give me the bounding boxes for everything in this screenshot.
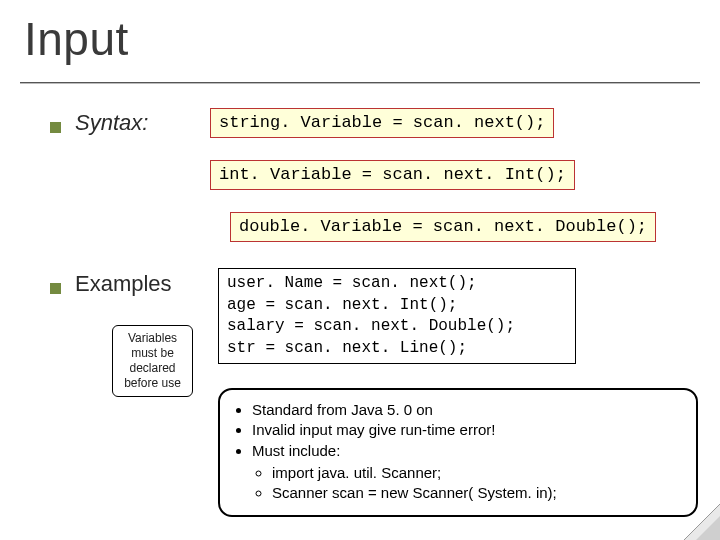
note-item: Must include: import java. util. Scanner…	[252, 441, 682, 504]
slide: Input Syntax: string. Variable = scan. n…	[0, 0, 720, 540]
page-curl-icon	[684, 504, 720, 540]
syntax-label: Syntax:	[75, 110, 148, 136]
bullet-square-icon	[50, 122, 61, 133]
syntax-box-int: int. Variable = scan. next. Int();	[210, 160, 575, 190]
callout-text: Variables must be declared before use	[124, 331, 181, 390]
bullet-square-icon	[50, 283, 61, 294]
title-underline	[20, 82, 700, 83]
syntax-box-string: string. Variable = scan. next();	[210, 108, 554, 138]
slide-title: Input	[24, 12, 129, 66]
examples-code-box: user. Name = scan. next(); age = scan. n…	[218, 268, 576, 364]
note-subitem: Scanner scan = new Scanner( System. in);	[272, 483, 682, 503]
note-item: Standard from Java 5. 0 on	[252, 400, 682, 420]
callout-note: Variables must be declared before use	[112, 325, 193, 397]
note-item: Invalid input may give run-time error!	[252, 420, 682, 440]
notes-box: Standard from Java 5. 0 on Invalid input…	[218, 388, 698, 517]
note-subitem: import java. util. Scanner;	[272, 463, 682, 483]
note-item-label: Must include:	[252, 442, 340, 459]
syntax-box-double: double. Variable = scan. next. Double();	[230, 212, 656, 242]
examples-label: Examples	[75, 271, 172, 297]
